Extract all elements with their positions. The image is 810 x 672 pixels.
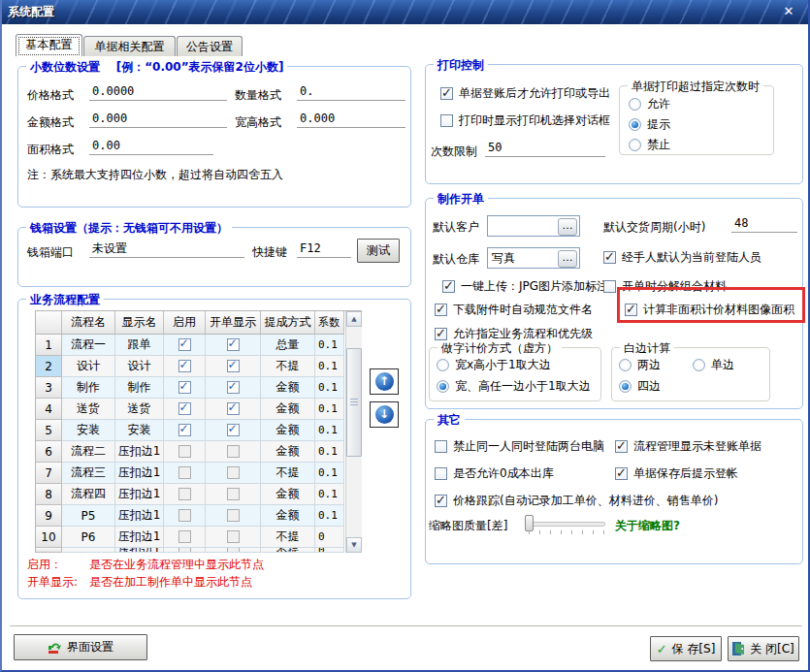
margin-two-sides-radio[interactable]: 两边 — [619, 357, 661, 373]
test-button[interactable]: 测试 — [357, 239, 400, 263]
save-prompt-checkbox[interactable]: 单据保存后提示登帐 — [615, 465, 738, 482]
enabled-checkbox[interactable] — [178, 445, 191, 458]
commission-mode-cell[interactable]: 不提 — [261, 463, 315, 484]
row-number-cell[interactable]: 1 — [36, 335, 62, 356]
table-scrollbar[interactable]: ▲ ▼ — [345, 311, 362, 553]
tab-notice-config[interactable]: 公告设置 — [177, 36, 243, 56]
commission-mode-cell[interactable]: 金额 — [261, 377, 315, 399]
checkbox-icon[interactable] — [615, 440, 628, 453]
exceed-allow-radio[interactable]: 允许 — [629, 96, 670, 112]
enabled-checkbox[interactable] — [178, 488, 191, 500]
column-header[interactable] — [36, 311, 62, 335]
open-order-show-checkbox[interactable] — [227, 530, 240, 543]
table-row[interactable]: 3制作制作金额0.1 — [36, 377, 362, 399]
flow-name-cell[interactable]: 流程三 — [62, 463, 115, 484]
enabled-checkbox[interactable] — [178, 381, 191, 394]
enabled-cell[interactable] — [164, 463, 206, 484]
open-order-show-checkbox[interactable] — [227, 424, 240, 436]
delivery-period-input[interactable]: 48 — [731, 215, 797, 233]
amount-format-input[interactable]: 0.000 — [89, 111, 227, 128]
coefficient-cell[interactable]: 0.1 — [315, 399, 344, 420]
open-order-show-cell[interactable] — [206, 441, 261, 463]
enabled-checkbox[interactable] — [178, 530, 191, 543]
one-key-upload-checkbox[interactable]: 一键上传：JPG图片添加标注 — [442, 278, 608, 295]
exceed-prompt-radio[interactable]: 提示 — [629, 116, 670, 133]
flow-name-cell[interactable]: 安装 — [62, 420, 115, 441]
enabled-cell[interactable] — [164, 377, 206, 399]
table-row[interactable]: 10P6压扣边1不提0 — [36, 527, 362, 548]
column-header[interactable]: 提成方式 — [261, 311, 315, 335]
enabled-checkbox[interactable] — [178, 548, 191, 553]
coefficient-cell[interactable]: 0.1 — [315, 505, 344, 527]
checkbox-icon[interactable] — [440, 87, 453, 100]
display-name-cell[interactable]: 送货 — [115, 399, 164, 420]
qty-format-input[interactable]: 0. — [297, 83, 405, 101]
tab-document-config[interactable]: 单据相关配置 — [83, 36, 176, 56]
table-row[interactable]: 9P5压扣边1金额0.1 — [36, 505, 362, 527]
open-order-show-cell[interactable] — [206, 420, 261, 441]
checkbox-icon[interactable] — [435, 495, 447, 507]
display-name-cell[interactable]: 压扣边1 — [115, 548, 164, 553]
exceed-forbid-radio[interactable]: 禁止 — [629, 137, 670, 153]
row-number-cell[interactable]: 4 — [36, 399, 62, 420]
flow-unposted-checkbox[interactable]: 流程管理显示未登账单据 — [615, 438, 761, 455]
open-order-show-cell[interactable] — [206, 527, 261, 548]
open-order-show-checkbox[interactable] — [227, 402, 240, 415]
move-row-up-button[interactable]: ↑ — [370, 368, 399, 395]
display-name-cell[interactable]: 压扣边1 — [115, 484, 164, 505]
margin-four-sides-radio[interactable]: 四边 — [619, 378, 661, 395]
table-row[interactable]: 7流程三压扣边1不提0.1 — [36, 463, 362, 484]
workflow-table[interactable]: 流程名显示名启用开单显示提成方式系数1流程一跟单总量0.12设计设计不提0.13… — [35, 310, 362, 553]
enabled-cell[interactable] — [164, 335, 206, 356]
checkbox-icon[interactable] — [603, 251, 616, 264]
commission-mode-cell[interactable]: 不提 — [261, 548, 315, 553]
flow-name-cell[interactable]: P6 — [62, 527, 115, 548]
radio-icon[interactable] — [619, 380, 632, 393]
display-name-cell[interactable]: 跟单 — [115, 335, 164, 356]
post-before-print-checkbox[interactable]: 单据登账后才允许打印或导出 — [440, 85, 610, 102]
column-header[interactable]: 启用 — [164, 311, 206, 335]
about-thumbnail-link[interactable]: 关于缩略图? — [615, 518, 680, 534]
rename-attachment-checkbox[interactable]: 下载附件时自动规范文件名 — [435, 302, 593, 318]
coefficient-cell[interactable]: 0 — [315, 548, 344, 553]
checkbox-icon[interactable] — [625, 304, 637, 316]
table-header-row[interactable]: 流程名显示名启用开单显示提成方式系数 — [36, 311, 362, 335]
price-format-input[interactable]: 0.0000 — [89, 83, 227, 101]
titlebar[interactable]: 系统配置 ✕ — [0, 0, 810, 24]
commission-mode-cell[interactable]: 不提 — [261, 527, 315, 548]
radio-icon[interactable] — [629, 118, 641, 131]
default-warehouse-input[interactable]: 写真 … — [487, 247, 580, 269]
commission-mode-cell[interactable]: 总量 — [261, 335, 315, 356]
enabled-checkbox[interactable] — [178, 509, 191, 522]
table-row[interactable]: 8流程四压扣边1金额0.1 — [36, 484, 362, 505]
row-number-cell[interactable]: 7 — [36, 463, 62, 484]
checkbox-icon[interactable] — [435, 328, 447, 340]
display-name-cell[interactable]: 制作 — [115, 377, 164, 399]
non-area-material-checkbox[interactable]: 计算非面积计价材料图像面积 — [625, 302, 794, 318]
table-row[interactable]: 5安装安装金额0.1 — [36, 420, 362, 441]
decompose-material-checkbox[interactable]: 开单时分解组合材料 — [603, 278, 727, 295]
zero-cost-checkbox[interactable]: 是否允许0成本出库 — [435, 465, 554, 482]
enabled-checkbox[interactable] — [178, 466, 191, 479]
row-number-cell[interactable] — [36, 548, 62, 553]
enabled-cell[interactable] — [164, 420, 206, 441]
checkbox-icon[interactable] — [615, 467, 628, 480]
open-order-show-checkbox[interactable] — [227, 488, 240, 500]
commission-mode-cell[interactable]: 金额 — [261, 484, 315, 505]
row-number-cell[interactable]: 10 — [36, 527, 62, 548]
coefficient-cell[interactable]: 0.1 — [315, 377, 344, 399]
enabled-cell[interactable] — [164, 548, 206, 553]
commission-mode-cell[interactable]: 金额 — [261, 420, 315, 441]
commission-mode-cell[interactable]: 金额 — [261, 399, 315, 420]
checkbox-icon[interactable] — [603, 280, 616, 293]
wh-format-input[interactable]: 0.000 — [297, 111, 405, 128]
hotkey-input[interactable]: F12 — [297, 240, 351, 258]
scroll-up-icon[interactable]: ▲ — [346, 311, 362, 327]
radio-icon[interactable] — [629, 98, 641, 111]
margin-one-side-radio[interactable]: 单边 — [693, 357, 734, 373]
checkbox-icon[interactable] — [435, 304, 447, 316]
enabled-checkbox[interactable] — [178, 402, 191, 415]
coefficient-cell[interactable]: 0.1 — [315, 484, 344, 505]
browse-warehouse-button[interactable]: … — [558, 250, 577, 268]
display-name-cell[interactable]: 压扣边1 — [115, 441, 164, 463]
